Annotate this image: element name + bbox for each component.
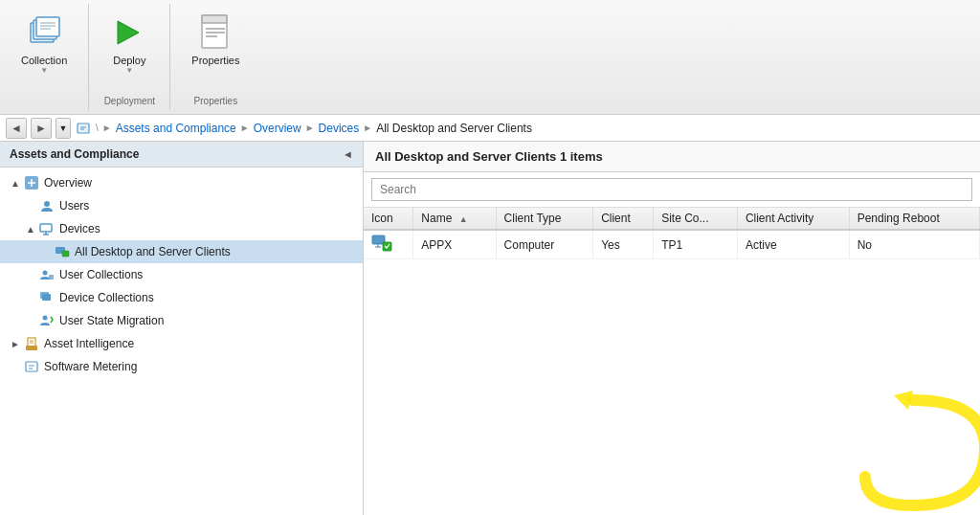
sidebar-item-user-collections[interactable]: User Collections (0, 263, 363, 286)
cell-name: APPX (413, 230, 496, 259)
breadcrumb-sep-1: ► (102, 123, 112, 133)
col-header-site-code[interactable]: Site Co... (654, 208, 738, 230)
toolbar-deployment-group: Deploy ▼ Deployment (89, 4, 170, 110)
overview-icon (23, 174, 40, 191)
expand-desktop-icon (38, 244, 54, 259)
expand-asset-icon: ► (8, 336, 23, 351)
device-row-icon (371, 235, 392, 252)
expand-software-icon (8, 359, 23, 374)
svg-rect-2 (36, 17, 59, 36)
collection-icon (25, 13, 63, 52)
content-header: All Desktop and Server Clients 1 items (364, 142, 980, 172)
col-client-activity-label: Client Activity (746, 212, 813, 225)
sidebar-label-all-desktop: All Desktop and Server Clients (75, 245, 231, 258)
properties-button[interactable]: Properties (184, 10, 247, 70)
device-collections-icon (38, 289, 56, 306)
sidebar-label-device-collections: Device Collections (59, 291, 154, 304)
breadcrumb-devices[interactable]: Devices (319, 122, 360, 135)
cell-client-activity: Active (737, 230, 849, 259)
properties-icon (196, 13, 234, 52)
col-header-client-activity[interactable]: Client Activity (737, 208, 849, 230)
forward-button[interactable]: ► (31, 118, 52, 139)
col-header-client[interactable]: Client (593, 208, 654, 230)
sidebar-label-devices: Devices (59, 222, 100, 235)
col-icon-label: Icon (371, 212, 393, 225)
properties-label: Properties (191, 55, 239, 66)
sidebar-item-users[interactable]: Users (0, 194, 363, 217)
migration-icon (38, 312, 56, 329)
sidebar-item-asset-intelligence[interactable]: ► Asset Intelligence (0, 332, 363, 355)
deploy-label: Deploy (113, 55, 145, 66)
content-area: All Desktop and Server Clients 1 items I… (364, 142, 980, 515)
sidebar-item-devices[interactable]: ▲ Devices (0, 217, 363, 240)
sidebar-item-device-collections[interactable]: Device Collections (0, 286, 363, 309)
toolbar-properties-group: Properties Properties (170, 4, 260, 110)
nav-dropdown-button[interactable]: ▼ (56, 118, 71, 139)
cell-icon (364, 230, 413, 259)
asset-intelligence-icon (23, 335, 40, 352)
col-client-label: Client (601, 212, 631, 225)
cell-client-type: Computer (496, 230, 593, 259)
deploy-button[interactable]: Deploy ▼ (102, 10, 156, 78)
table-header-row: Icon Name ▲ Client Type Client Site Co..… (364, 208, 980, 230)
sidebar-label-overview: Overview (44, 176, 92, 190)
svg-rect-12 (78, 123, 89, 133)
collection-label: Collection (21, 55, 67, 66)
breadcrumb-sep-0: \ (96, 123, 99, 133)
desktop-clients-icon (54, 243, 71, 260)
col-header-client-type[interactable]: Client Type (496, 208, 593, 230)
cell-client: Yes (593, 230, 654, 259)
svg-rect-8 (202, 15, 227, 23)
expand-users-icon (23, 198, 38, 213)
svg-rect-25 (49, 275, 54, 280)
cell-pending-reboot: No (849, 230, 979, 259)
software-metering-icon (23, 358, 40, 375)
sidebar-item-all-desktop[interactable]: All Desktop and Server Clients (0, 240, 363, 263)
expand-migration-icon (23, 313, 38, 328)
nav-bar: ◄ ► ▼ \ ► Assets and Compliance ► Overvi… (0, 115, 980, 142)
expand-user-collections-icon (23, 267, 38, 282)
toolbar: Collection ▼ Deploy ▼ Deployment (0, 0, 980, 115)
deployment-group-label: Deployment (104, 92, 155, 106)
properties-group-label: Properties (194, 92, 238, 106)
table-row[interactable]: APPX Computer Yes TP1 Active No (364, 230, 980, 259)
svg-point-18 (44, 201, 50, 207)
back-button[interactable]: ◄ (6, 118, 27, 139)
col-site-code-label: Site Co... (661, 212, 708, 225)
svg-rect-27 (42, 294, 51, 301)
breadcrumb-sep-3: ► (305, 123, 315, 133)
col-header-icon[interactable]: Icon (364, 208, 413, 230)
svg-rect-23 (62, 251, 69, 257)
col-pending-reboot-label: Pending Reboot (858, 212, 940, 225)
breadcrumb-overview[interactable]: Overview (254, 122, 301, 135)
collection-button[interactable]: Collection ▼ (13, 10, 75, 78)
breadcrumb-sep-2: ► (240, 123, 250, 133)
sidebar-item-user-state-migration[interactable]: User State Migration (0, 309, 363, 332)
sidebar-item-overview[interactable]: ▲ Overview (0, 171, 363, 194)
breadcrumb-current: All Desktop and Server Clients (376, 122, 532, 135)
cell-site-code: TP1 (654, 230, 738, 259)
sidebar-item-software-metering[interactable]: Software Metering (0, 355, 363, 378)
col-name-label: Name (421, 212, 452, 225)
col-client-type-label: Client Type (504, 212, 562, 225)
content-header-text: All Desktop and Server Clients 1 items (375, 149, 603, 164)
svg-rect-33 (26, 362, 37, 371)
svg-point-24 (43, 271, 48, 276)
devices-icon (38, 220, 56, 237)
col-header-pending-reboot[interactable]: Pending Reboot (849, 208, 979, 230)
sidebar-label-user-state-migration: User State Migration (59, 314, 164, 327)
expand-overview-icon: ▲ (8, 175, 23, 190)
sidebar-title: Assets and Compliance (10, 147, 139, 161)
search-bar (364, 172, 980, 208)
deploy-icon (110, 13, 148, 52)
breadcrumb-assets[interactable]: Assets and Compliance (116, 122, 236, 135)
sidebar-collapse-button[interactable]: ◄ (343, 148, 353, 160)
svg-marker-6 (118, 21, 139, 44)
breadcrumb: Assets and Compliance ► Overview ► Devic… (116, 122, 532, 135)
svg-rect-19 (40, 224, 52, 232)
search-input[interactable] (371, 178, 972, 201)
col-header-name[interactable]: Name ▲ (413, 208, 496, 230)
main-area: Assets and Compliance ◄ ▲ Overview (0, 142, 980, 515)
sidebar-label-software-metering: Software Metering (44, 360, 137, 373)
sidebar-label-users: Users (59, 199, 89, 213)
